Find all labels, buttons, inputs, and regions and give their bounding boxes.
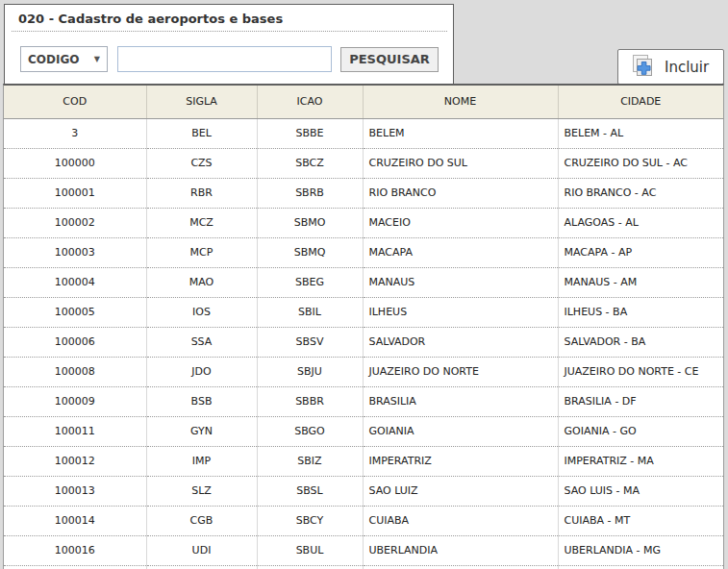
cell-sigla: SSA xyxy=(146,327,257,357)
cell-cod: 100002 xyxy=(4,208,146,237)
cell-cod: 100000 xyxy=(4,148,146,178)
cell-cod: 100014 xyxy=(4,506,146,535)
cell-cidade: UBERLANDIA - MG xyxy=(558,535,723,565)
search-input[interactable] xyxy=(117,46,332,72)
search-form: CODIGO ▼ PESQUISAR xyxy=(20,46,453,72)
cell-sigla: MCP xyxy=(146,237,257,267)
cell-cidade: IMPERATRIZ - MA xyxy=(558,446,723,476)
table-row[interactable]: 100012 IMP SBIZ IMPERATRIZ IMPERATRIZ - … xyxy=(4,446,723,476)
table-row[interactable]: 100002 MCZ SBMO MACEIO ALAGOAS - AL xyxy=(4,208,723,237)
cell-nome: GOIANIA xyxy=(363,416,558,446)
search-field-select[interactable]: CODIGO ▼ xyxy=(20,46,108,72)
cell-cidade: ILHEUS - BA xyxy=(558,297,723,327)
table-row[interactable]: 100009 BSB SBBR BRASILIA BRASILIA - DF xyxy=(4,386,723,416)
cell-cod: 100001 xyxy=(4,178,146,208)
cell-nome: UBERLANDIA xyxy=(363,535,558,565)
cell-cidade: BELEM - AL xyxy=(558,118,723,148)
cell-sigla: GYN xyxy=(146,416,257,446)
cell-cidade: ALAGOAS - AL xyxy=(558,208,723,237)
cell-sigla: JDO xyxy=(146,357,257,386)
cell-sigla: UDI xyxy=(146,535,257,565)
column-header-nome: NOME xyxy=(363,86,558,118)
page: { "header": { "title": "020 - Cadastro d… xyxy=(0,0,728,569)
table-header-row: COD SIGLA ICAO NOME CIDADE xyxy=(4,86,723,118)
cell-icao: SBBE xyxy=(257,118,363,148)
cell-cod: 100006 xyxy=(4,327,146,357)
cell-icao: SBIL xyxy=(257,297,363,327)
cell-cidade: SAO LUIS - MA xyxy=(558,476,723,506)
table-row[interactable]: 100005 IOS SBIL ILHEUS ILHEUS - BA xyxy=(4,297,723,327)
cell-nome: CRUZEIRO DO SUL xyxy=(363,148,558,178)
cell-icao: SBCY xyxy=(257,506,363,535)
table-row[interactable]: 100008 JDO SBJU JUAZEIRO DO NORTE JUAZEI… xyxy=(4,357,723,386)
cell-cod: 100004 xyxy=(4,267,146,297)
cell-sigla: BEL xyxy=(146,118,257,148)
table-row[interactable]: 100011 GYN SBGO GOIANIA GOIANIA - GO xyxy=(4,416,723,446)
cell-nome: JUAZEIRO DO NORTE xyxy=(363,357,558,386)
cell-cidade: MANAUS - AM xyxy=(558,267,723,297)
cell-cidade: JUAZEIRO DO NORTE - CE xyxy=(558,357,723,386)
cell-icao: SBSL xyxy=(257,476,363,506)
table-body: 3 BEL SBBE BELEM BELEM - AL 100000 CZS S… xyxy=(4,118,723,569)
cell-icao: SBBR xyxy=(257,386,363,416)
cell-cidade: CUIABA - MT xyxy=(558,506,723,535)
new-record-plus-icon xyxy=(630,54,656,80)
cell-icao: SBMO xyxy=(257,208,363,237)
airports-table: COD SIGLA ICAO NOME CIDADE 3 BEL SBBE BE… xyxy=(3,84,724,569)
cell-sigla: CZS xyxy=(146,148,257,178)
cell-icao: SBMQ xyxy=(257,237,363,267)
cell-nome: RIO BRANCO xyxy=(363,178,558,208)
cell-cod: 3 xyxy=(4,118,146,148)
cell-nome: BELEM xyxy=(363,118,558,148)
table-row[interactable]: 100016 UDI SBUL UBERLANDIA UBERLANDIA - … xyxy=(4,535,723,565)
cell-sigla: MCZ xyxy=(146,208,257,237)
cell-icao: SBGO xyxy=(257,416,363,446)
cell-nome: MACAPA xyxy=(363,237,558,267)
cell-icao: SBIZ xyxy=(257,446,363,476)
cell-sigla: IOS xyxy=(146,297,257,327)
cell-nome: MANAUS xyxy=(363,267,558,297)
cell-icao: SBJU xyxy=(257,357,363,386)
cell-sigla: IMP xyxy=(146,446,257,476)
cell-sigla: BSB xyxy=(146,386,257,416)
cell-icao: SBUL xyxy=(257,535,363,565)
cell-nome: IMPERATRIZ xyxy=(363,446,558,476)
table-row[interactable]: 3 BEL SBBE BELEM BELEM - AL xyxy=(4,118,723,148)
cell-cidade: CRUZEIRO DO SUL - AC xyxy=(558,148,723,178)
cell-cod: 100013 xyxy=(4,476,146,506)
column-header-cod: COD xyxy=(4,86,146,118)
cell-icao: SBCZ xyxy=(257,148,363,178)
table-row[interactable]: 100014 CGB SBCY CUIABA CUIABA - MT xyxy=(4,506,723,535)
cell-cidade: MACAPA - AP xyxy=(558,237,723,267)
table-row[interactable]: 100004 MAO SBEG MANAUS MANAUS - AM xyxy=(4,267,723,297)
cell-sigla: MAO xyxy=(146,267,257,297)
cell-sigla: SLZ xyxy=(146,476,257,506)
column-header-sigla: SIGLA xyxy=(146,86,257,118)
column-header-cidade: CIDADE xyxy=(558,86,723,118)
cell-cidade: BRASILIA - DF xyxy=(558,386,723,416)
cell-nome: MACEIO xyxy=(363,208,558,237)
cell-cod: 100011 xyxy=(4,416,146,446)
partial-row xyxy=(4,565,723,569)
cell-cod: 100009 xyxy=(4,386,146,416)
cell-sigla: CGB xyxy=(146,506,257,535)
cell-nome: CUIABA xyxy=(363,506,558,535)
cell-icao: SBRB xyxy=(257,178,363,208)
table-row[interactable]: 100000 CZS SBCZ CRUZEIRO DO SUL CRUZEIRO… xyxy=(4,148,723,178)
cell-cod: 100003 xyxy=(4,237,146,267)
search-button[interactable]: PESQUISAR xyxy=(340,47,439,72)
search-panel: 020 - Cadastro de aeroportos e bases COD… xyxy=(4,4,454,85)
cell-cidade: RIO BRANCO - AC xyxy=(558,178,723,208)
table-row[interactable]: 100001 RBR SBRB RIO BRANCO RIO BRANCO - … xyxy=(4,178,723,208)
table-row[interactable]: 100013 SLZ SBSL SAO LUIZ SAO LUIS - MA xyxy=(4,476,723,506)
table-row[interactable]: 100006 SSA SBSV SALVADOR SALVADOR - BA xyxy=(4,327,723,357)
cell-icao: SBSV xyxy=(257,327,363,357)
include-button-label: Incluir xyxy=(665,59,709,76)
page-title: 020 - Cadastro de aeroportos e bases xyxy=(12,11,447,32)
include-button[interactable]: Incluir xyxy=(617,49,724,85)
table-row[interactable]: 100003 MCP SBMQ MACAPA MACAPA - AP xyxy=(4,237,723,267)
cell-cod: 100012 xyxy=(4,446,146,476)
chevron-down-icon: ▼ xyxy=(94,55,100,63)
cell-icao: SBEG xyxy=(257,267,363,297)
column-header-icao: ICAO xyxy=(257,86,363,118)
